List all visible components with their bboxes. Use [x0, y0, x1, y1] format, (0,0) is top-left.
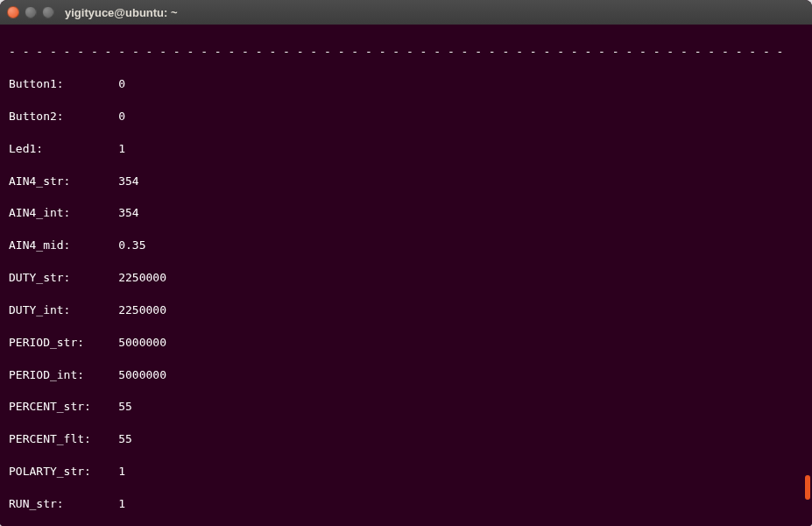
maximize-icon[interactable] [42, 6, 54, 18]
row-value: 0 [118, 77, 125, 90]
row-label: DUTY_str: [9, 270, 105, 286]
row-label: Button1: [9, 76, 105, 92]
row-value: 1 [118, 465, 125, 478]
row-value: 2250000 [118, 303, 166, 316]
scrollbar-thumb[interactable] [805, 475, 810, 500]
output-row: DUTY_str: 2250000 [9, 270, 803, 286]
row-label: PERCENT_str: [9, 399, 105, 415]
row-label: Led1: [9, 141, 105, 157]
row-label: Button2: [9, 109, 105, 124]
row-value: 1 [118, 142, 125, 155]
row-label: AIN4_mid: [9, 238, 105, 253]
output-row: Button1: 0 [9, 76, 803, 92]
output-row: AIN4_mid: 0.35 [9, 238, 803, 253]
window-title: yigityuce@ubuntu: ~ [65, 6, 178, 19]
row-value: 2250000 [118, 271, 166, 284]
row-value: 5000000 [118, 368, 166, 381]
terminal-window: yigityuce@ubuntu: ~ - - - - - - - - - - … [0, 0, 812, 526]
row-label: RUN_str: [9, 496, 105, 512]
row-value: 0.35 [118, 238, 145, 252]
output-row: DUTY_int: 2250000 [9, 302, 803, 318]
row-label: PERIOD_int: [9, 367, 105, 383]
row-value: 55 [118, 400, 132, 413]
row-value: 1 [118, 497, 125, 510]
minimize-icon[interactable] [25, 6, 37, 18]
row-value: 55 [118, 432, 132, 445]
terminal-output[interactable]: - - - - - - - - - - - - - - - - - - - - … [0, 25, 812, 526]
output-row: PERIOD_str: 5000000 [9, 335, 803, 351]
output-row: AIN4_int: 354 [9, 205, 803, 221]
output-row: PERCENT_str: 55 [9, 399, 803, 415]
row-label: PERCENT_flt: [9, 431, 105, 447]
output-row: Led1: 1 [9, 141, 803, 157]
row-value: 354 [118, 174, 138, 188]
row-label: POLARTY_str: [9, 464, 105, 480]
separator-line: - - - - - - - - - - - - - - - - - - - - … [9, 44, 803, 60]
output-row: Button2: 0 [9, 109, 803, 124]
row-label: PERIOD_str: [9, 335, 105, 351]
row-label: AIN4_int: [9, 205, 105, 221]
close-icon[interactable] [7, 6, 19, 18]
row-label: DUTY_int: [9, 302, 105, 318]
row-value: 0 [118, 110, 125, 123]
row-label: AIN4_str: [9, 174, 105, 189]
output-row: RUN_str: 1 [9, 496, 803, 512]
titlebar[interactable]: yigityuce@ubuntu: ~ [0, 0, 812, 25]
output-row: PERIOD_int: 5000000 [9, 367, 803, 383]
row-value: 5000000 [118, 336, 166, 349]
row-value: 354 [118, 206, 138, 219]
window-controls [7, 6, 54, 18]
output-row: POLARTY_str: 1 [9, 464, 803, 480]
output-row: PERCENT_flt: 55 [9, 431, 803, 447]
output-row: AIN4_str: 354 [9, 174, 803, 189]
